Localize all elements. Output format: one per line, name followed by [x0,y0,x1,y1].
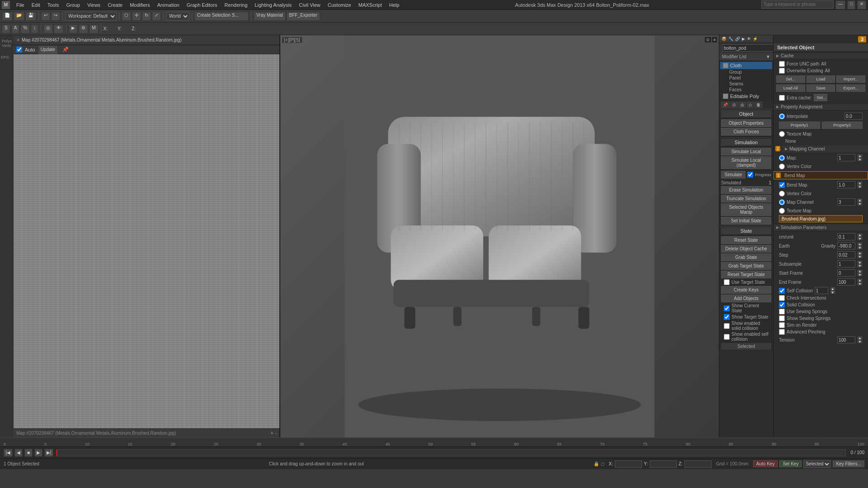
display-icon[interactable]: 👁 [746,36,751,42]
angle-snap-btn[interactable]: A [11,24,20,33]
show-target-state-check[interactable] [724,314,730,320]
map-zoom-out-icon[interactable]: - [275,431,277,436]
load-all-btn[interactable]: Load All [776,84,805,92]
redo-btn[interactable]: ↪ [51,12,60,21]
menu-item-rendering[interactable]: Rendering [221,1,251,9]
show-enabled-solid-check[interactable] [724,323,730,329]
menu-item-create[interactable]: Create [104,1,126,9]
maximize-btn[interactable]: □ [847,0,855,9]
modifier-list-arrow[interactable]: ▼ [766,54,770,59]
key-filters-btn[interactable]: Key Filters... [833,460,864,467]
prev-frame-btn[interactable]: |◀ [4,449,13,457]
cloth-forces-btn[interactable]: Cloth Forces [721,128,771,136]
show-end-btn[interactable]: ⊙ [731,102,738,108]
bend-map-channel-input[interactable] [837,198,855,206]
save-cache-btn[interactable]: Save [807,84,835,92]
overwrite-check[interactable] [779,68,785,74]
modifier-cloth-panel[interactable]: Panel [720,75,772,81]
ef-spin-down[interactable]: ▼ [857,282,863,286]
y-input[interactable] [650,460,677,468]
stop-btn[interactable]: ■ [24,449,33,457]
save-btn[interactable]: 💾 [25,12,36,21]
menu-item-file[interactable]: File [13,1,28,9]
render-settings-btn[interactable]: ⚙ [79,24,88,33]
bend-spin-down[interactable]: ▼ [857,185,863,188]
export-btn[interactable]: Export... [836,84,865,92]
cache-section-header[interactable]: ▶ Cache [774,52,868,60]
editable-poly-check[interactable] [723,94,728,99]
viewport-icon2[interactable]: ≡ [712,37,717,42]
bend-map-header[interactable]: Bend Map [783,172,868,179]
property1-btn[interactable]: Property1 [779,122,820,129]
grav-spin-down[interactable]: ▼ [857,246,863,249]
simulate-local-btn[interactable]: Simulate Local [721,148,771,155]
scale-btn[interactable]: ⤢ [152,12,161,21]
extra-cache-set-btn[interactable]: Set... [814,94,827,101]
object-properties-btn[interactable]: Object Properties [721,119,771,127]
viewport-icon1[interactable]: ⊙ [705,37,711,42]
texture-value-input[interactable] [779,215,863,222]
start-frame-input[interactable]: 0 [837,269,855,277]
sf-spin-down[interactable]: ▼ [857,273,863,277]
show-enabled-self-check[interactable] [724,334,730,340]
modifier-cloth-group[interactable]: Group [720,69,772,75]
erase-simulation-btn[interactable]: Erase Simulation [721,186,771,194]
set-btn[interactable]: Set... [776,75,805,83]
menu-item-edit[interactable]: Edit [28,1,44,9]
undo-btn[interactable]: ↩ [41,12,50,21]
grab-state-btn[interactable]: Grab State [721,253,771,261]
modifier-editable-poly[interactable]: Editable Poly [720,93,772,100]
percent-snap-btn[interactable]: % [20,24,30,33]
mapping-channel-header[interactable]: ▶ Mapping Channel [782,145,868,152]
motion-icon[interactable]: ▶ [741,36,745,42]
texture-map-radio[interactable] [779,131,785,137]
hierarchy-icon[interactable]: 🔗 [735,36,741,42]
sim-on-render-check[interactable] [779,322,785,328]
interpolate-radio[interactable] [779,113,785,119]
use-sewing-check[interactable] [779,309,785,314]
use-target-state-check[interactable] [724,279,730,285]
search-input[interactable] [761,0,834,9]
create-icon[interactable]: 📦 [721,36,727,42]
create-keys-btn[interactable]: Create Keys [721,286,771,294]
tension-spin-down[interactable]: ▼ [857,340,863,343]
key-mode-select[interactable]: Selected [803,460,831,468]
subsample-input[interactable]: 1 [837,260,855,267]
cmunit-spin-down[interactable]: ▼ [857,237,863,240]
add-objects-btn[interactable]: Add Objects [721,295,771,302]
tension-input[interactable]: 100 [837,336,855,343]
bend-map-channel-radio[interactable] [779,199,785,205]
menu-item-views[interactable]: Views [84,1,104,9]
self-collision-check[interactable] [779,288,785,294]
cube-icon[interactable]: ◻ [601,461,604,466]
subsample-spin-down[interactable]: ▼ [857,264,863,267]
modifier-cloth-seams[interactable]: Seams [720,81,772,87]
close-btn[interactable]: ✕ [857,0,866,9]
modify-icon[interactable]: 🔧 [728,36,734,42]
sim-params-header[interactable]: ▶ Simulation Parameters [774,224,868,231]
move-btn[interactable]: ✛ [132,12,141,21]
object-name-input[interactable]: bolton_pod [722,44,773,52]
solid-collision-check[interactable] [779,302,785,308]
render-btn[interactable]: ▶ [69,24,78,33]
material-editor-btn[interactable]: M [89,24,98,33]
modifier-cloth[interactable]: Cloth [720,62,772,69]
set-key-btn[interactable]: Set Key [779,460,802,467]
reset-target-state-btn[interactable]: Reset Target State [721,271,771,278]
timeline-track[interactable] [56,449,846,456]
isolate-btn[interactable]: ◎ [43,24,53,33]
spinner-snap-btn[interactable]: ↕ [31,24,38,33]
open-btn[interactable]: 📂 [14,12,24,21]
snap-btn[interactable]: S [2,24,10,33]
menu-item-civil[interactable]: Civil View [295,1,324,9]
minimize-btn[interactable]: — [835,0,845,9]
pin-stack-btn[interactable]: 📌 [721,102,730,108]
step-input[interactable]: 0.02 [837,251,855,258]
center-viewport[interactable]: [+][P][S] ⊙ ≡ [280,35,719,437]
menu-item-tools[interactable]: Tools [44,1,63,9]
rotate-btn[interactable]: ↻ [142,12,151,21]
step-spin-down[interactable]: ▼ [857,255,863,258]
simulate-btn[interactable]: Simulate [721,171,745,178]
import-btn[interactable]: Import... [836,75,865,83]
bend-map-check[interactable] [779,182,785,188]
